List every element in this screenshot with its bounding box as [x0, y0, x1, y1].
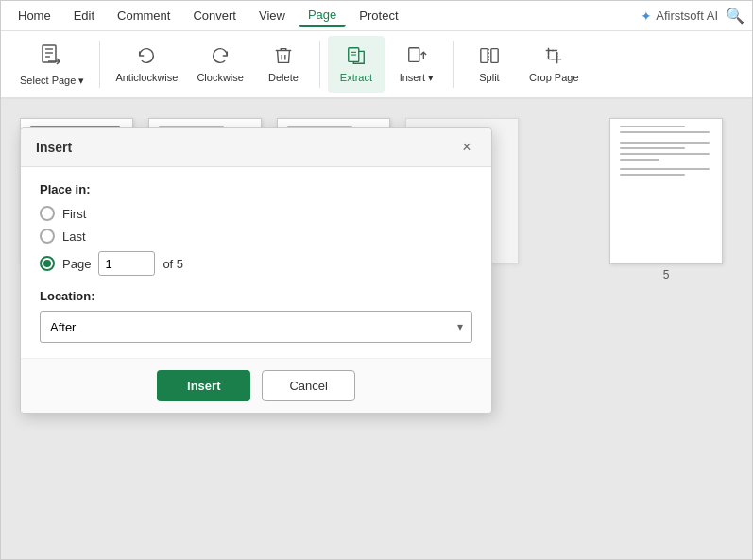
page-number-input[interactable]	[98, 251, 155, 276]
menu-comment[interactable]: Comment	[108, 5, 180, 26]
menu-home[interactable]: Home	[9, 5, 60, 26]
page-content-5	[616, 125, 716, 177]
svg-rect-2	[45, 52, 53, 54]
svg-rect-1	[45, 48, 53, 50]
place-in-label: Place in:	[40, 182, 472, 196]
crop-page-button[interactable]: Crop Page	[522, 36, 587, 93]
menu-page[interactable]: Page	[299, 4, 346, 27]
radio-first-label: First	[62, 207, 86, 221]
svg-rect-17	[549, 51, 557, 59]
cancel-button[interactable]: Cancel	[262, 370, 354, 401]
select-page-label: Select Page ▾	[20, 75, 84, 87]
select-page-icon	[39, 42, 65, 71]
radio-page-label: Page	[62, 257, 91, 271]
insert-confirm-button[interactable]: Insert	[157, 370, 250, 401]
location-select[interactable]: After Before	[40, 311, 472, 343]
of-total-text: of 5	[163, 257, 183, 271]
crop-page-icon	[543, 45, 564, 68]
delete-button[interactable]: Delete	[255, 36, 312, 93]
insert-label: Insert ▾	[400, 72, 435, 84]
radio-group: First Last Page of 5	[40, 206, 472, 276]
page-thumb-5[interactable]	[609, 118, 723, 264]
select-page-button[interactable]: Select Page ▾	[12, 36, 92, 93]
anticlockwise-label: Anticlockwise	[115, 72, 178, 83]
clockwise-button[interactable]: Clockwise	[189, 36, 251, 93]
extract-label: Extract	[340, 72, 372, 83]
ai-badge[interactable]: ✦ Afirstsoft AI	[641, 8, 718, 24]
menu-view[interactable]: View	[249, 5, 295, 26]
radio-last-row: Last	[40, 229, 472, 244]
menu-bar: Home Edit Comment Convert View Page Prot…	[1, 1, 752, 31]
radio-page-row: Page of 5	[40, 251, 472, 276]
page-num-5: 5	[663, 268, 670, 281]
search-icon[interactable]: 🔍	[726, 7, 744, 25]
location-label: Location:	[40, 289, 472, 303]
insert-icon	[406, 45, 427, 68]
location-select-wrapper: After Before ▾	[40, 311, 472, 343]
anticlockwise-icon	[136, 45, 157, 68]
extract-icon	[346, 45, 367, 68]
svg-rect-13	[491, 49, 498, 63]
menu-protect[interactable]: Protect	[350, 5, 407, 26]
anticlockwise-button[interactable]: Anticlockwise	[108, 36, 185, 93]
split-label: Split	[479, 72, 499, 83]
radio-page[interactable]	[40, 256, 55, 271]
app-window: Home Edit Comment Convert View Page Prot…	[0, 0, 753, 560]
radio-last-label: Last	[62, 229, 86, 244]
svg-rect-3	[45, 56, 50, 58]
dialog-title: Insert	[36, 140, 72, 155]
insert-button[interactable]: Insert ▾	[388, 36, 445, 93]
page-thumb-wrapper-5: 5	[609, 118, 723, 281]
delete-label: Delete	[268, 72, 299, 83]
radio-first[interactable]	[40, 206, 55, 221]
ai-label: Afirstsoft AI	[656, 8, 718, 23]
toolbar-divider-1	[99, 41, 100, 88]
toolbar: Select Page ▾ Anticlockwise Clockwi	[1, 31, 752, 99]
location-section: Location: After Before ▾	[40, 289, 472, 343]
toolbar-divider-3	[453, 41, 454, 88]
svg-rect-10	[409, 47, 419, 61]
crop-page-label: Crop Page	[529, 72, 579, 83]
menu-convert[interactable]: Convert	[183, 5, 246, 26]
menu-right: ✦ Afirstsoft AI 🔍	[641, 7, 744, 25]
delete-icon	[273, 45, 294, 68]
dialog-body: Place in: First Last Page of 5	[21, 167, 491, 358]
menu-edit[interactable]: Edit	[64, 5, 104, 26]
radio-last[interactable]	[40, 229, 55, 244]
dialog-header: Insert ×	[21, 128, 491, 167]
split-icon	[479, 45, 500, 68]
ai-star-icon: ✦	[641, 8, 652, 24]
main-content: 5 Insert × Place in: First Last	[1, 99, 752, 559]
toolbar-divider-2	[319, 41, 320, 88]
extract-button[interactable]: Extract	[328, 36, 385, 93]
svg-rect-12	[481, 49, 488, 63]
clockwise-icon	[210, 45, 231, 68]
dialog-footer: Insert Cancel	[21, 358, 491, 413]
dialog-close-button[interactable]: ×	[457, 138, 476, 157]
clockwise-label: Clockwise	[197, 72, 244, 83]
radio-first-row: First	[40, 206, 472, 221]
split-button[interactable]: Split	[461, 36, 518, 93]
insert-dialog: Insert × Place in: First Last	[20, 127, 492, 414]
